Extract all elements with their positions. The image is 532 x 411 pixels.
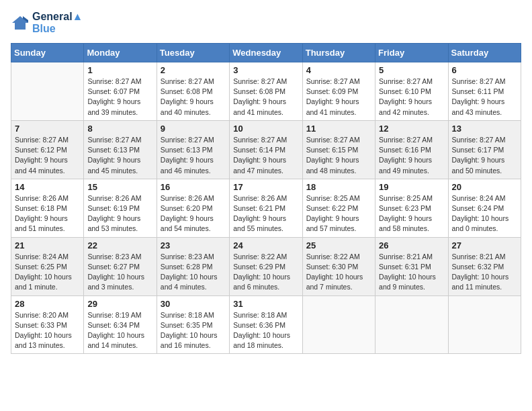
calendar-cell: 22Sunrise: 8:23 AMSunset: 6:27 PMDayligh… (84, 237, 157, 295)
day-number: 6 (452, 65, 517, 75)
calendar-cell: 30Sunrise: 8:18 AMSunset: 6:35 PMDayligh… (157, 295, 229, 354)
page-header: General▲ Blue (11, 11, 521, 35)
calendar-cell: 21Sunrise: 8:24 AMSunset: 6:25 PMDayligh… (11, 237, 84, 295)
calendar-cell: 8Sunrise: 8:27 AMSunset: 6:13 PMDaylight… (84, 120, 157, 179)
day-number: 22 (87, 240, 152, 250)
day-info: Sunrise: 8:27 AMSunset: 6:08 PMDaylight:… (233, 77, 298, 118)
calendar-cell: 25Sunrise: 8:22 AMSunset: 6:30 PMDayligh… (302, 237, 375, 295)
day-number: 29 (87, 299, 152, 309)
day-info: Sunrise: 8:21 AMSunset: 6:31 PMDaylight:… (379, 252, 444, 293)
calendar-cell: 26Sunrise: 8:21 AMSunset: 6:31 PMDayligh… (375, 237, 448, 295)
day-number: 31 (233, 299, 298, 309)
day-number: 21 (15, 240, 80, 250)
day-number: 2 (161, 65, 226, 75)
day-number: 4 (306, 65, 371, 75)
day-info: Sunrise: 8:27 AMSunset: 6:08 PMDaylight:… (161, 77, 226, 118)
day-info: Sunrise: 8:26 AMSunset: 6:19 PMDaylight:… (87, 193, 152, 234)
day-info: Sunrise: 8:27 AMSunset: 6:11 PMDaylight:… (452, 77, 517, 118)
calendar-cell: 13Sunrise: 8:27 AMSunset: 6:17 PMDayligh… (448, 120, 521, 179)
day-number: 18 (306, 182, 371, 192)
calendar-week-row: 1Sunrise: 8:27 AMSunset: 6:07 PMDaylight… (11, 62, 521, 121)
day-info: Sunrise: 8:27 AMSunset: 6:14 PMDaylight:… (233, 135, 298, 176)
calendar-table: SundayMondayTuesdayWednesdayThursdayFrid… (11, 43, 521, 354)
day-info: Sunrise: 8:24 AMSunset: 6:25 PMDaylight:… (15, 252, 80, 293)
day-number: 7 (15, 124, 80, 134)
day-info: Sunrise: 8:27 AMSunset: 6:12 PMDaylight:… (15, 135, 80, 176)
day-info: Sunrise: 8:21 AMSunset: 6:32 PMDaylight:… (452, 252, 517, 293)
day-number: 8 (87, 124, 152, 134)
calendar-cell: 23Sunrise: 8:23 AMSunset: 6:28 PMDayligh… (157, 237, 229, 295)
day-info: Sunrise: 8:19 AMSunset: 6:34 PMDaylight:… (87, 310, 152, 351)
day-info: Sunrise: 8:27 AMSunset: 6:09 PMDaylight:… (306, 77, 371, 118)
calendar-cell: 11Sunrise: 8:27 AMSunset: 6:15 PMDayligh… (302, 120, 375, 179)
calendar-cell: 12Sunrise: 8:27 AMSunset: 6:16 PMDayligh… (375, 120, 448, 179)
day-number: 16 (161, 182, 226, 192)
calendar-cell: 16Sunrise: 8:26 AMSunset: 6:20 PMDayligh… (157, 179, 229, 237)
day-number: 12 (379, 124, 444, 134)
day-number: 23 (161, 240, 226, 250)
day-info: Sunrise: 8:23 AMSunset: 6:27 PMDaylight:… (87, 252, 152, 293)
day-info: Sunrise: 8:18 AMSunset: 6:35 PMDaylight:… (161, 310, 226, 351)
calendar-cell: 9Sunrise: 8:27 AMSunset: 6:13 PMDaylight… (157, 120, 229, 179)
day-info: Sunrise: 8:23 AMSunset: 6:28 PMDaylight:… (161, 252, 226, 293)
day-info: Sunrise: 8:18 AMSunset: 6:36 PMDaylight:… (233, 310, 298, 351)
day-info: Sunrise: 8:27 AMSunset: 6:07 PMDaylight:… (87, 77, 152, 118)
day-info: Sunrise: 8:27 AMSunset: 6:16 PMDaylight:… (379, 135, 444, 176)
calendar-cell: 1Sunrise: 8:27 AMSunset: 6:07 PMDaylight… (84, 62, 157, 121)
weekday-header-wednesday: Wednesday (230, 44, 302, 62)
weekday-header-friday: Friday (375, 44, 448, 62)
calendar-cell: 17Sunrise: 8:26 AMSunset: 6:21 PMDayligh… (230, 179, 302, 237)
calendar-cell: 31Sunrise: 8:18 AMSunset: 6:36 PMDayligh… (230, 295, 302, 354)
day-info: Sunrise: 8:27 AMSunset: 6:15 PMDaylight:… (306, 135, 371, 176)
logo-icon (11, 13, 30, 32)
day-number: 10 (233, 124, 298, 134)
calendar-cell (375, 295, 448, 354)
weekday-header-thursday: Thursday (302, 44, 375, 62)
calendar-cell (302, 295, 375, 354)
calendar-cell: 5Sunrise: 8:27 AMSunset: 6:10 PMDaylight… (375, 62, 448, 121)
calendar-cell (11, 62, 84, 121)
day-info: Sunrise: 8:26 AMSunset: 6:21 PMDaylight:… (233, 193, 298, 234)
weekday-header-sunday: Sunday (11, 44, 84, 62)
calendar-cell: 29Sunrise: 8:19 AMSunset: 6:34 PMDayligh… (84, 295, 157, 354)
day-info: Sunrise: 8:22 AMSunset: 6:30 PMDaylight:… (306, 252, 371, 293)
day-number: 19 (379, 182, 444, 192)
calendar-cell: 19Sunrise: 8:25 AMSunset: 6:23 PMDayligh… (375, 179, 448, 237)
calendar-cell: 3Sunrise: 8:27 AMSunset: 6:08 PMDaylight… (230, 62, 302, 121)
day-number: 25 (306, 240, 371, 250)
calendar-header-row: SundayMondayTuesdayWednesdayThursdayFrid… (11, 44, 521, 62)
day-info: Sunrise: 8:25 AMSunset: 6:23 PMDaylight:… (379, 193, 444, 234)
calendar-week-row: 14Sunrise: 8:26 AMSunset: 6:18 PMDayligh… (11, 179, 521, 237)
day-info: Sunrise: 8:27 AMSunset: 6:10 PMDaylight:… (379, 77, 444, 118)
calendar-cell: 27Sunrise: 8:21 AMSunset: 6:32 PMDayligh… (448, 237, 521, 295)
calendar-cell: 15Sunrise: 8:26 AMSunset: 6:19 PMDayligh… (84, 179, 157, 237)
day-number: 26 (379, 240, 444, 250)
day-info: Sunrise: 8:26 AMSunset: 6:18 PMDaylight:… (15, 193, 80, 234)
weekday-header-saturday: Saturday (448, 44, 521, 62)
day-number: 11 (306, 124, 371, 134)
day-info: Sunrise: 8:27 AMSunset: 6:13 PMDaylight:… (161, 135, 226, 176)
day-number: 24 (233, 240, 298, 250)
calendar-cell: 14Sunrise: 8:26 AMSunset: 6:18 PMDayligh… (11, 179, 84, 237)
day-info: Sunrise: 8:20 AMSunset: 6:33 PMDaylight:… (15, 310, 80, 351)
day-info: Sunrise: 8:24 AMSunset: 6:24 PMDaylight:… (452, 193, 517, 234)
calendar-cell: 6Sunrise: 8:27 AMSunset: 6:11 PMDaylight… (448, 62, 521, 121)
calendar-cell: 24Sunrise: 8:22 AMSunset: 6:29 PMDayligh… (230, 237, 302, 295)
day-number: 3 (233, 65, 298, 75)
day-info: Sunrise: 8:25 AMSunset: 6:22 PMDaylight:… (306, 193, 371, 234)
logo: General▲ Blue (11, 11, 83, 35)
logo-text: General▲ Blue (32, 11, 83, 35)
day-number: 27 (452, 240, 517, 250)
calendar-cell: 7Sunrise: 8:27 AMSunset: 6:12 PMDaylight… (11, 120, 84, 179)
calendar-cell: 28Sunrise: 8:20 AMSunset: 6:33 PMDayligh… (11, 295, 84, 354)
weekday-header-tuesday: Tuesday (157, 44, 229, 62)
day-number: 14 (15, 182, 80, 192)
day-info: Sunrise: 8:27 AMSunset: 6:17 PMDaylight:… (452, 135, 517, 176)
calendar-cell: 4Sunrise: 8:27 AMSunset: 6:09 PMDaylight… (302, 62, 375, 121)
day-number: 30 (161, 299, 226, 309)
day-number: 13 (452, 124, 517, 134)
day-info: Sunrise: 8:27 AMSunset: 6:13 PMDaylight:… (87, 135, 152, 176)
day-number: 17 (233, 182, 298, 192)
weekday-header-monday: Monday (84, 44, 157, 62)
calendar-week-row: 28Sunrise: 8:20 AMSunset: 6:33 PMDayligh… (11, 295, 521, 354)
